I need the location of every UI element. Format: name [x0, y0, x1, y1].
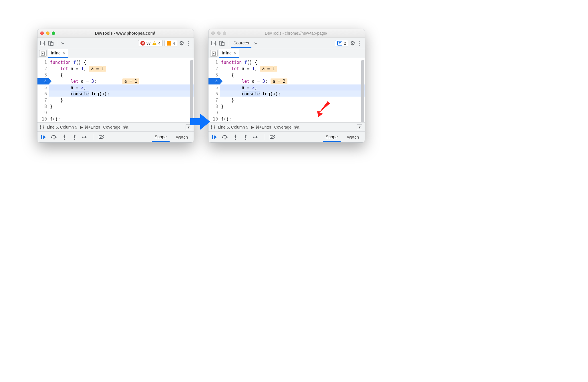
close-tab-icon[interactable]: × [234, 51, 237, 56]
close-tab-icon[interactable]: × [63, 51, 65, 56]
messages-count: 2 [344, 41, 346, 46]
warnings-count: 4 [158, 41, 160, 46]
inline-value-badge: a = 1 [122, 78, 139, 84]
deactivate-breakpoints-icon[interactable] [98, 134, 105, 140]
file-tab-inline[interactable]: inline × [219, 49, 239, 58]
separator [228, 40, 228, 46]
deactivate-breakpoints-icon[interactable] [269, 134, 276, 140]
file-tab-label: inline [222, 51, 232, 55]
step-icon[interactable] [253, 134, 259, 140]
settings-icon[interactable]: ⚙ [179, 40, 184, 47]
issues-counter[interactable]: ! 4 [164, 40, 177, 46]
window-title: DevTools - www.photopea.com/ [59, 31, 191, 36]
step-into-icon[interactable] [61, 134, 68, 140]
settings-icon[interactable]: ⚙ [350, 40, 355, 47]
minimize-window-button[interactable] [217, 31, 220, 35]
svg-point-17 [245, 139, 246, 140]
format-icon[interactable]: { } [40, 125, 44, 130]
debug-toolbar: Scope Watch [37, 131, 194, 142]
scope-tab[interactable]: Scope [323, 133, 341, 142]
svg-rect-12 [222, 42, 224, 46]
resume-icon[interactable] [211, 134, 218, 140]
resume-icon[interactable] [40, 134, 47, 140]
code-content[interactable]: function f() { let a = 1;a = 1 { let a =… [220, 58, 365, 122]
separator [57, 40, 57, 46]
file-tab-bar: inline × [208, 49, 365, 58]
line-number: 10 [37, 116, 49, 122]
code-editor[interactable]: 1 2 3 4 5 6 7 8 9 10 function f() { let … [208, 58, 365, 122]
transition-arrow-icon [190, 113, 210, 130]
step-over-icon[interactable] [51, 134, 57, 140]
scope-tab[interactable]: Scope [152, 133, 170, 142]
navigator-toggle-icon[interactable] [210, 50, 218, 57]
device-toggle-icon[interactable] [219, 40, 225, 46]
toolbar: » ✕ 37 4 ! 4 ⚙ ⋮ [37, 38, 194, 49]
error-icon: ✕ [140, 41, 145, 46]
svg-point-6 [64, 139, 65, 140]
zoom-window-button[interactable] [52, 31, 55, 35]
warning-icon [152, 41, 157, 45]
devtools-window-left: DevTools - www.photopea.com/ » ✕ 37 4 ! … [37, 29, 194, 143]
step-icon[interactable] [82, 134, 88, 140]
debug-toolbar: Scope Watch [208, 131, 365, 142]
step-into-icon[interactable] [232, 134, 239, 140]
code-editor[interactable]: 1 2 3 4 5 6 7 8 9 10 function f() { let … [37, 58, 194, 122]
titlebar: DevTools - www.photopea.com/ [37, 29, 194, 38]
dropdown-icon[interactable]: ▾ [357, 124, 362, 130]
line-number: 7 [37, 97, 49, 103]
window-controls [211, 31, 226, 35]
line-number: 5 [37, 84, 49, 91]
svg-point-16 [235, 139, 236, 140]
separator [93, 134, 93, 140]
svg-point-15 [225, 138, 226, 139]
svg-rect-14 [212, 135, 213, 139]
errors-counter[interactable]: ✕ 37 4 [138, 40, 163, 46]
navigator-toggle-icon[interactable] [39, 50, 47, 57]
device-toggle-icon[interactable] [48, 40, 54, 46]
file-tab-bar: inline × [37, 49, 194, 58]
window-controls [40, 31, 55, 35]
code-content[interactable]: function f() { let a = 1;a = 1 { let a =… [49, 58, 194, 122]
svg-rect-4 [41, 135, 42, 139]
kebab-menu-icon[interactable]: ⋮ [357, 40, 362, 47]
run-hint: ▶ ⌘+Enter [251, 125, 271, 129]
inspect-icon[interactable] [40, 40, 46, 46]
more-tabs-icon[interactable]: » [60, 40, 65, 46]
inline-value-badge: a = 1 [260, 66, 277, 72]
messages-counter[interactable]: 2 [335, 40, 348, 46]
svg-rect-2 [51, 42, 53, 46]
errors-count: 37 [146, 41, 151, 46]
separator [264, 134, 264, 140]
line-number: 1 [37, 59, 49, 66]
toolbar: Sources » 2 ⚙ ⋮ [208, 38, 365, 49]
step-over-icon[interactable] [222, 134, 229, 140]
coverage-status: Coverage: n/a [274, 125, 299, 129]
more-tabs-icon[interactable]: » [253, 40, 258, 46]
status-bar: { } Line 6, Column 9 ▶ ⌘+Enter Coverage:… [37, 122, 194, 131]
kebab-menu-icon[interactable]: ⋮ [186, 40, 191, 47]
status-bar: { } Line 6, Column 9 ▶ ⌘+Enter Coverage:… [208, 122, 365, 131]
run-hint: ▶ ⌘+Enter [80, 125, 100, 129]
step-out-icon[interactable] [71, 134, 78, 140]
file-tab-inline[interactable]: inline × [48, 49, 68, 58]
line-number: 3 [37, 72, 49, 78]
step-out-icon[interactable] [242, 134, 249, 140]
line-number: 9 [37, 110, 49, 116]
watch-tab[interactable]: Watch [344, 133, 362, 141]
issues-count: 4 [173, 41, 175, 46]
scrollbar[interactable] [361, 60, 364, 122]
inspect-icon[interactable] [211, 40, 217, 46]
coverage-status: Coverage: n/a [103, 125, 128, 129]
format-icon[interactable]: { } [211, 125, 215, 130]
close-window-button[interactable] [211, 31, 215, 35]
line-number: 1 [208, 59, 220, 66]
line-number: 5 [208, 84, 220, 91]
zoom-window-button[interactable] [223, 31, 226, 35]
line-number: 2 [208, 66, 220, 72]
svg-point-7 [74, 139, 75, 140]
close-window-button[interactable] [40, 31, 44, 35]
titlebar: DevTools - chrome://new-tab-page/ [208, 29, 365, 38]
panel-tab-sources[interactable]: Sources [231, 39, 251, 48]
watch-tab[interactable]: Watch [173, 133, 191, 141]
minimize-window-button[interactable] [46, 31, 49, 35]
